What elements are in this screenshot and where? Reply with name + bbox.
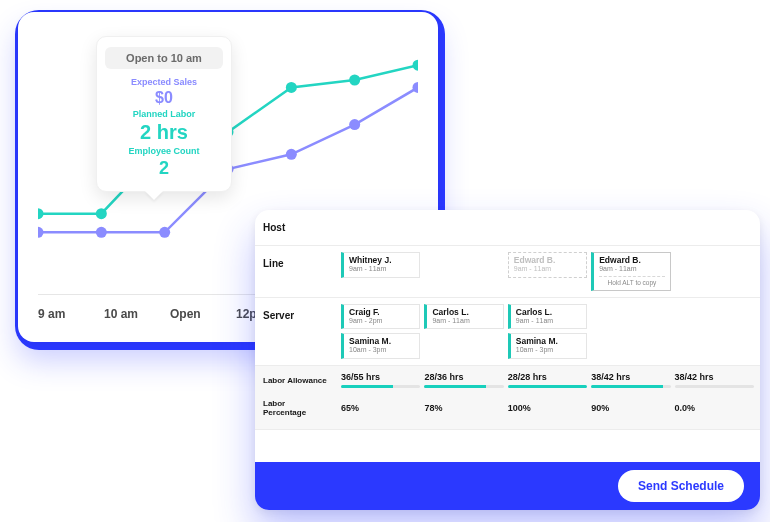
shift-name: Whitney J. [349,256,414,265]
svg-point-0 [38,208,44,219]
schedule-footer: Send Schedule [255,462,760,510]
svg-point-7 [38,227,44,238]
shift-name: Samina M. [349,337,414,346]
schedule-cell[interactable] [675,304,754,359]
schedule-row: Host [255,210,760,246]
svg-point-9 [159,227,170,238]
schedule-cell[interactable] [341,216,420,239]
svg-point-6 [413,60,419,71]
schedule-cell[interactable] [591,304,670,359]
shift-name: Edward B. [599,256,664,265]
tooltip-count-label: Employee Count [105,146,223,156]
shift-hint: Hold ALT to copy [599,276,664,286]
schedule-cell[interactable]: Edward B.9am - 11amHold ALT to copy [591,252,670,291]
allowance-bar [424,385,503,388]
allowance-value: 38/42 hrs [675,372,754,382]
shift-card[interactable]: Edward B.9am - 11amHold ALT to copy [591,252,670,291]
schedule-cell[interactable] [675,216,754,239]
send-schedule-button[interactable]: Send Schedule [618,470,744,502]
percentage-value: 78% [424,403,503,413]
shift-card[interactable]: Samina M.10am - 3pm [341,333,420,359]
allowance-value: 36/55 hrs [341,372,420,382]
schedule-cell[interactable]: Carlos L.9am - 11am [424,304,503,359]
shift-name: Craig F. [349,308,414,317]
tooltip-sales-value: $0 [105,89,223,107]
shift-time: 9am - 11am [349,265,414,273]
tooltip-count-value: 2 [105,158,223,179]
schedule-row: ServerCraig F.9am - 2pmSamina M.10am - 3… [255,298,760,366]
role-label: Line [255,246,335,297]
schedule-cell[interactable]: Craig F.9am - 2pmSamina M.10am - 3pm [341,304,420,359]
shift-time: 9am - 11am [432,317,497,325]
shift-card[interactable]: Samina M.10am - 3pm [508,333,587,359]
role-grid [335,210,760,245]
shift-card[interactable]: Whitney J.9am - 11am [341,252,420,278]
percentage-value: 100% [508,403,587,413]
x-tick: 9 am [38,307,104,321]
svg-point-1 [96,208,107,219]
tooltip-header: Open to 10 am [105,47,223,69]
schedule-cell[interactable] [424,252,503,291]
shift-time: 9am - 11am [599,265,664,273]
schedule-cell[interactable] [508,216,587,239]
shift-time: 9am - 11am [514,265,581,273]
shift-name: Carlos L. [432,308,497,317]
allowance-value: 28/36 hrs [424,372,503,382]
shift-name: Edward B. [514,256,581,265]
schedule-cell[interactable] [424,216,503,239]
svg-point-4 [286,82,297,93]
shift-time: 10am - 3pm [349,346,414,354]
schedule-cell[interactable] [675,252,754,291]
shift-name: Carlos L. [516,308,581,317]
schedule-cell[interactable]: Carlos L.9am - 11amSamina M.10am - 3pm [508,304,587,359]
svg-point-11 [286,149,297,160]
tooltip-labor-label: Planned Labor [105,109,223,119]
shift-time: 10am - 3pm [516,346,581,354]
shift-card[interactable]: Craig F.9am - 2pm [341,304,420,330]
x-tick: Open [170,307,236,321]
shift-name: Samina M. [516,337,581,346]
svg-point-5 [349,75,360,86]
percentage-value: 90% [591,403,670,413]
allowance-bar [591,385,670,388]
svg-point-8 [96,227,107,238]
schedule-body: HostLineWhitney J.9am - 11amEdward B.9am… [255,210,760,462]
schedule-card: HostLineWhitney J.9am - 11amEdward B.9am… [255,210,760,510]
shift-card[interactable]: Carlos L.9am - 11am [508,304,587,330]
chart-tooltip: Open to 10 am Expected Sales $0 Planned … [96,36,232,192]
shift-time: 9am - 2pm [349,317,414,325]
allowance-bar [341,385,420,388]
labor-allowance-label: Labor Allowance [255,372,335,389]
allowance-value: 38/42 hrs [591,372,670,382]
schedule-cell[interactable]: Whitney J.9am - 11am [341,252,420,291]
percentage-value: 65% [341,403,420,413]
tooltip-sales-label: Expected Sales [105,77,223,87]
schedule-cell[interactable] [591,216,670,239]
role-grid: Whitney J.9am - 11amEdward B.9am - 11amE… [335,246,760,297]
x-tick: 10 am [104,307,170,321]
svg-point-12 [349,119,360,130]
metrics-block: Labor Allowance36/55 hrs28/36 hrs28/28 h… [255,366,760,430]
schedule-row: LineWhitney J.9am - 11amEdward B.9am - 1… [255,246,760,298]
allowance-value: 28/28 hrs [508,372,587,382]
percentage-value: 0.0% [675,403,754,413]
role-grid: Craig F.9am - 2pmSamina M.10am - 3pmCarl… [335,298,760,365]
shift-card[interactable]: Carlos L.9am - 11am [424,304,503,330]
tooltip-labor-value: 2 hrs [105,121,223,144]
role-label: Server [255,298,335,365]
allowance-bar [508,385,587,388]
shift-card[interactable]: Edward B.9am - 11am [508,252,587,278]
schedule-cell[interactable]: Edward B.9am - 11am [508,252,587,291]
allowance-bar [675,385,754,388]
role-label: Host [255,210,335,245]
shift-time: 9am - 11am [516,317,581,325]
labor-percentage-label: Labor Percentage [255,395,335,421]
